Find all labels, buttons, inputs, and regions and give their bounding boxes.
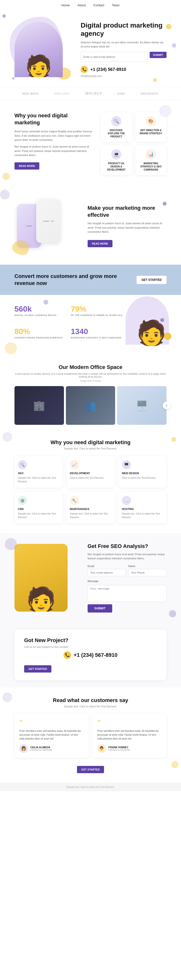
submit-button[interactable]: SUBMIT bbox=[150, 52, 167, 58]
marketing-phones: Lorem Lorem ↑ sit bbox=[14, 197, 80, 255]
service-text-4: Sample text. Click to select the Text El… bbox=[70, 512, 111, 519]
brand-1: ORGANIS bbox=[54, 92, 70, 95]
seo-submit-row: SUBMIT bbox=[88, 604, 167, 612]
maintenance-icon: 🔧 bbox=[70, 496, 79, 505]
service-card-webdesign: 🖥️ WEB DESIGN Click to select the Text E… bbox=[118, 456, 167, 488]
marketing-text: Make your marketing more effective Nec f… bbox=[88, 205, 167, 247]
office-img-icon-2: 🖥️ bbox=[136, 400, 148, 411]
author-avatar-0: 👩 bbox=[19, 744, 28, 753]
message-label: Message bbox=[88, 580, 167, 582]
phone-mock-2: Lorem ↑ sit bbox=[36, 199, 60, 243]
testimonial-author-0: 👩 CELIA ALMEDA FINANCIAL ADVISOR bbox=[19, 744, 84, 753]
decor-dot bbox=[169, 610, 176, 617]
author-avatar-1: 👨 bbox=[97, 744, 106, 753]
seo-submit-button[interactable]: SUBMIT bbox=[88, 604, 112, 612]
hero-section: 🧑 Digital product marketing agency Delec… bbox=[0, 10, 181, 87]
feature-icon-0: 🔍 bbox=[111, 116, 121, 126]
nav-home[interactable]: Home bbox=[61, 3, 70, 7]
nav-about[interactable]: About bbox=[77, 3, 86, 7]
office-credit: Image from Freepik bbox=[14, 380, 167, 382]
feature-icon-3: 📊 bbox=[146, 149, 156, 159]
author-title-1: FINANCIAL ADVISOR bbox=[109, 749, 130, 751]
convert-get-started-button[interactable]: GET STARTED bbox=[137, 276, 167, 284]
cms-icon: ⚙️ bbox=[18, 496, 27, 505]
decor-dot bbox=[172, 437, 176, 442]
marketing-strategy-icon: 📊 bbox=[148, 152, 153, 157]
service-card-cms: ⚙️ CMS Sample text. Click to select the … bbox=[14, 492, 63, 523]
service-title-0: SEO bbox=[18, 472, 59, 475]
phone-icon: 📞 bbox=[82, 67, 87, 72]
hero-form: SUBMIT bbox=[80, 52, 167, 62]
feature-title-3: MARKETING STRATEGY & SEO CAMPAIGNS bbox=[139, 162, 163, 171]
decor-blob bbox=[2, 173, 9, 180]
decor-dot bbox=[163, 202, 167, 206]
feature-title-2: PRODUCT UX, DESIGN & DEVELOPMENT bbox=[104, 162, 128, 171]
decor-dot bbox=[172, 761, 179, 768]
phone-row: 📞 +1 (234) 567-8910 bbox=[80, 66, 167, 73]
hero-text: Digital product marketing agency Delectu… bbox=[76, 21, 167, 77]
feature-icon-2: 💻 bbox=[111, 149, 121, 159]
service-card-maintenance: 🔧 MAINTENANCE Sample text. Click to sele… bbox=[66, 492, 114, 523]
marketing-read-more-button[interactable]: READ MORE bbox=[88, 240, 112, 247]
feature-title-0: DISCOVER, EXPLORE THE PRODUCT bbox=[104, 129, 128, 138]
services-grid: 🔍 SEO Sample text. Click to select the T… bbox=[14, 456, 167, 523]
seo-message-input[interactable] bbox=[88, 585, 167, 602]
service-card-hosting: ☁️ HOSTING Sample text. Click to select … bbox=[118, 492, 167, 523]
stat-label-3: MARKETING STRATEGY & SEO CAMPAIGNS bbox=[71, 337, 123, 339]
why2-section: Why you need digital marketing Sample te… bbox=[0, 430, 181, 533]
brand-2: Mockup bbox=[85, 91, 102, 95]
office-img-icon-0: 🏢 bbox=[33, 400, 45, 411]
footer-text: Sample text. Click to select the Text El… bbox=[66, 786, 115, 788]
brand-0: NEW WAVE bbox=[22, 92, 39, 95]
office-next-button[interactable]: › bbox=[163, 402, 170, 409]
why-features: 🔍 DISCOVER, EXPLORE THE PRODUCT 🎨 ART DI… bbox=[101, 112, 167, 175]
testimonials-get-started-button[interactable]: GET STARTED bbox=[77, 766, 104, 773]
project-get-started-button[interactable]: GET STARTED bbox=[24, 665, 51, 673]
phone-mock-label2: Lorem ↑ sit bbox=[41, 218, 55, 224]
project-phone-row: 📞 +1 (234) 567-8910 bbox=[24, 651, 157, 659]
phone-mock-label: Lorem bbox=[24, 223, 34, 229]
author-title-0: FINANCIAL ADVISOR bbox=[30, 749, 52, 751]
email-label: Email bbox=[88, 565, 126, 568]
hero-person-icon: 🧑 bbox=[25, 56, 52, 77]
seo-name-input[interactable] bbox=[128, 569, 167, 576]
hero-title: Digital product marketing agency bbox=[80, 21, 167, 38]
decor-blob bbox=[2, 432, 12, 442]
hero-image-area: 🧑 bbox=[14, 22, 76, 77]
office-description: Lorem ipsum is simply dummy it is a long… bbox=[14, 372, 167, 378]
author-info-1: FRANK KINNEY FINANCIAL ADVISOR bbox=[109, 746, 130, 751]
service-card-seo: 🔍 SEO Sample text. Click to select the T… bbox=[14, 456, 63, 488]
stats-grid: 560k DIGITAL GLOBAL AUDIENCE REACH 79% O… bbox=[14, 305, 122, 345]
project-phone: +1 (234) 567-8910 bbox=[74, 652, 118, 658]
why-read-more-button[interactable]: READ MORE bbox=[14, 162, 39, 170]
stat-number-2: 80% bbox=[14, 327, 66, 336]
nav-contact[interactable]: Contact bbox=[93, 3, 104, 7]
stat-label-0: DIGITAL GLOBAL AUDIENCE REACH bbox=[14, 314, 66, 317]
stat-item-1: 79% OF THE AUDIENCE IS UNDER 34 YEARS OL… bbox=[71, 305, 123, 317]
feature-title-1: ART DIRECTION & BRAND STRATEGY bbox=[139, 129, 163, 135]
discover-icon: 🔍 bbox=[114, 119, 119, 124]
service-title-2: WEB DESIGN bbox=[122, 472, 163, 475]
author-avatar-icon-0: 👩 bbox=[21, 746, 26, 751]
feature-icon-1: 🎨 bbox=[146, 116, 156, 126]
testimonials-subtitle: Sample text. Click to select the Text El… bbox=[14, 705, 167, 708]
office-image-0: 🏢 bbox=[14, 386, 64, 425]
testimonials-section: Read what our customers say Sample text.… bbox=[0, 687, 181, 783]
project-phone-icon-circle: 📞 bbox=[63, 651, 71, 659]
testimonial-author-1: 👨 FRANK KINNEY FINANCIAL ADVISOR bbox=[97, 744, 162, 753]
testimonial-1: " Proin sed libero enim sed faucibus tur… bbox=[93, 714, 167, 758]
nav-team[interactable]: Team bbox=[112, 3, 120, 7]
marketing-description: Nec feugiat mi pretium fusce id. Justo l… bbox=[88, 221, 167, 234]
why2-title: Why you need digital marketing bbox=[14, 439, 167, 445]
stat-number-1: 79% bbox=[71, 305, 123, 313]
brand-4: UNIVERSITY bbox=[140, 92, 159, 95]
seo-email-input[interactable] bbox=[88, 569, 126, 576]
feature-card-1: 🎨 ART DIRECTION & BRAND STRATEGY bbox=[135, 112, 167, 142]
service-title-1: DEVELOPMENT bbox=[70, 472, 111, 475]
stat-number-0: 560k bbox=[14, 305, 66, 313]
email-input[interactable] bbox=[80, 52, 148, 62]
project-section: Got New Project? Call us for fast suppor… bbox=[0, 622, 181, 687]
service-text-5: Sample text. Click to select the Text El… bbox=[122, 512, 163, 519]
decor-blob bbox=[159, 105, 172, 117]
yellow-blob bbox=[12, 240, 29, 255]
